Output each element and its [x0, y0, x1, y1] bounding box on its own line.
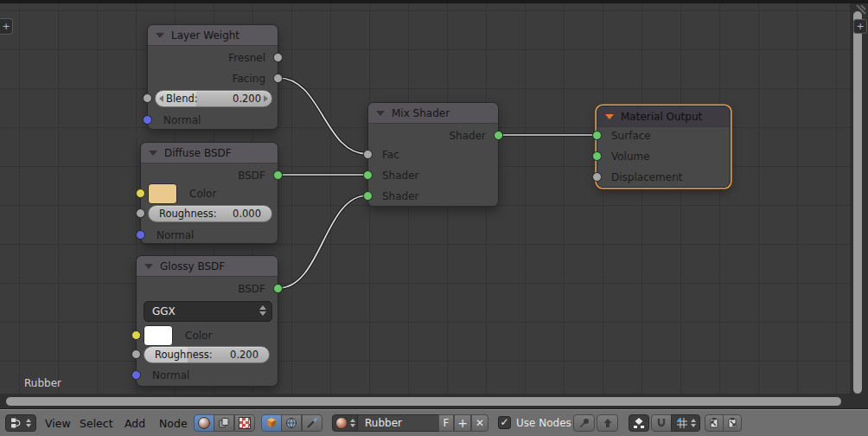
node-title: Diffuse BSDF	[164, 147, 232, 159]
paste-nodes-button[interactable]	[723, 414, 742, 432]
auto-offset-button[interactable]	[629, 414, 649, 432]
slider-decrease-icon[interactable]	[159, 95, 163, 102]
node-title: Layer Weight	[171, 29, 239, 42]
blend-slider[interactable]: Blend: 0.200	[155, 90, 272, 107]
node-editor-icon	[10, 417, 23, 429]
compositing-tree-button[interactable]	[214, 414, 234, 432]
node-header-layer-weight[interactable]: Layer Weight	[148, 25, 278, 46]
node-title: Material Output	[621, 111, 702, 123]
blend-label: Blend:	[166, 93, 198, 105]
magnet-icon	[655, 417, 667, 429]
browse-material-button[interactable]	[332, 414, 358, 432]
copy-clipboard-icon	[708, 417, 720, 429]
input-label-shader1: Shader	[382, 170, 419, 182]
material-name-input[interactable]	[357, 414, 439, 432]
roughness-value: 0.000	[233, 208, 261, 220]
socket-volume-input[interactable]	[592, 151, 602, 161]
socket-shader2-input[interactable]	[363, 191, 373, 201]
socket-color-input[interactable]	[131, 330, 141, 340]
socket-bsdf-output[interactable]	[273, 170, 283, 180]
output-label-bsdf: BSDF	[238, 283, 265, 295]
texture-tree-button[interactable]	[234, 414, 255, 432]
node-header-mix-shader[interactable]: Mix Shader	[368, 103, 498, 124]
input-label-fac: Fac	[382, 149, 399, 161]
node-glossy-bsdf[interactable]: Glossy BSDF BSDF GGX Color Roughness: 0.…	[136, 255, 278, 387]
snap-element-button[interactable]	[671, 414, 700, 432]
diffuse-roughness-slider[interactable]: Roughness: 0.000	[148, 205, 272, 222]
pin-button[interactable]	[573, 414, 595, 432]
glossy-roughness-slider[interactable]: Roughness: 0.200	[144, 346, 270, 363]
socket-shader1-input[interactable]	[363, 170, 373, 180]
socket-displacement-input[interactable]	[592, 172, 602, 182]
area-corner-grip[interactable]	[852, 3, 867, 19]
auto-offset-icon	[633, 417, 645, 429]
blend-value: 0.200	[233, 93, 261, 105]
socket-roughness-input[interactable]	[131, 349, 141, 359]
collapse-triangle-icon[interactable]	[149, 151, 157, 156]
arrow-up-icon	[602, 417, 614, 429]
open-properties-tab[interactable]: +	[853, 19, 867, 34]
node-title: Mix Shader	[392, 107, 450, 119]
input-label-displacement: Displacement	[611, 171, 683, 183]
node-mix-shader[interactable]: Mix Shader Shader Fac Shader Shader	[367, 102, 499, 207]
input-label-volume: Volume	[611, 151, 650, 163]
node-header-glossy-bsdf[interactable]: Glossy BSDF	[137, 256, 278, 277]
slider-increase-icon[interactable]	[264, 95, 268, 102]
menu-select[interactable]: Select	[80, 417, 113, 430]
blender-node-editor: Rubber Layer Weight Fresnel Facing Blend…	[0, 0, 868, 436]
menu-node[interactable]: Node	[159, 417, 188, 430]
collapse-triangle-icon[interactable]	[144, 264, 153, 269]
input-label-normal: Normal	[163, 114, 201, 126]
node-header-diffuse-bsdf[interactable]: Diffuse BSDF	[141, 143, 278, 164]
socket-normal-input[interactable]	[143, 115, 152, 125]
color-label: Color	[185, 330, 212, 342]
color-label: Color	[189, 188, 216, 200]
copy-nodes-button[interactable]	[705, 414, 724, 432]
new-material-button[interactable]: +	[454, 414, 471, 432]
horizontal-scrollbar[interactable]	[5, 396, 842, 407]
fake-user-button[interactable]: F	[438, 414, 454, 432]
collapse-triangle-icon[interactable]	[376, 111, 385, 116]
socket-normal-input[interactable]	[131, 370, 141, 380]
socket-blend-input[interactable]	[143, 93, 152, 103]
output-label-bsdf: BSDF	[238, 170, 265, 182]
use-nodes-checkbox[interactable]: ✓	[498, 416, 511, 429]
object-shader-button[interactable]	[261, 414, 282, 432]
diffuse-color-swatch[interactable]	[148, 183, 177, 204]
socket-normal-input[interactable]	[136, 230, 145, 240]
socket-facing-output[interactable]	[273, 74, 283, 83]
collapse-triangle-icon[interactable]	[605, 114, 614, 119]
node-material-output[interactable]: Material Output Surface Volume Displacem…	[597, 106, 731, 188]
use-nodes-label: Use Nodes	[516, 417, 571, 429]
menu-view[interactable]: View	[45, 417, 71, 430]
vertical-scrollbar[interactable]	[852, 10, 863, 394]
node-title: Glossy BSDF	[160, 260, 225, 272]
socket-bsdf-output[interactable]	[273, 284, 283, 293]
node-editor-canvas[interactable]: Rubber Layer Weight Fresnel Facing Blend…	[0, 3, 868, 408]
shader-tree-button[interactable]	[194, 414, 214, 432]
world-shader-button[interactable]	[281, 414, 302, 432]
socket-fac-input[interactable]	[363, 150, 373, 159]
linestyle-shader-button[interactable]	[302, 414, 322, 432]
socket-surface-input[interactable]	[592, 131, 602, 140]
socket-fresnel-output[interactable]	[273, 53, 283, 62]
compositing-icon	[218, 417, 230, 429]
linestyle-pen-icon	[306, 417, 318, 429]
node-diffuse-bsdf[interactable]: Diffuse BSDF BSDF Color Roughness: 0.000…	[140, 142, 278, 244]
socket-shader-output[interactable]	[494, 131, 503, 140]
snap-toggle-button[interactable]	[651, 414, 672, 432]
node-layer-weight[interactable]: Layer Weight Fresnel Facing Blend: 0.200…	[147, 24, 278, 130]
socket-roughness-input[interactable]	[136, 208, 145, 218]
distribution-value: GGX	[152, 305, 176, 317]
collapse-triangle-icon[interactable]	[156, 33, 164, 38]
unlink-material-button[interactable]: ✕	[471, 414, 488, 432]
open-toolshelf-tab[interactable]: +	[0, 18, 13, 35]
editor-type-button[interactable]	[5, 414, 36, 432]
glossy-color-swatch[interactable]	[144, 325, 173, 346]
output-label-shader: Shader	[449, 130, 486, 142]
menu-add[interactable]: Add	[124, 417, 145, 430]
node-header-material-output[interactable]: Material Output	[597, 106, 730, 127]
socket-color-input[interactable]	[136, 189, 145, 198]
distribution-dropdown[interactable]: GGX	[144, 301, 272, 322]
parent-node-tree-button[interactable]	[597, 414, 618, 432]
